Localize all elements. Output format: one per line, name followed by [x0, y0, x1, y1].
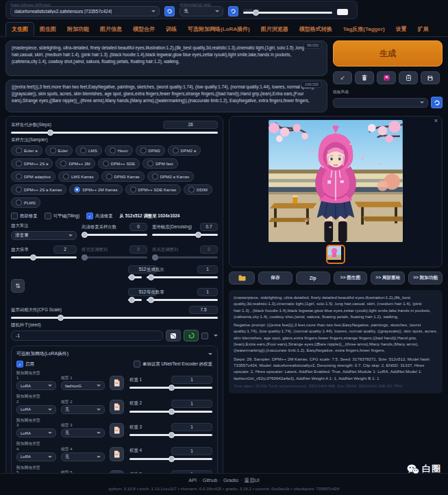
gradio-link[interactable]: Gradio — [223, 477, 238, 483]
save-image-button[interactable]: 保存 — [258, 271, 293, 285]
tab-extras[interactable]: 附加功能 — [62, 23, 95, 36]
tab-image-browser[interactable]: 图片浏览器 — [256, 23, 294, 36]
upscaler-dropdown[interactable]: 潜变量 — [11, 231, 77, 240]
upscale-by-value[interactable]: 2 — [53, 245, 77, 254]
generated-image[interactable] — [269, 120, 403, 242]
lora-type-dropdown[interactable]: LoRA — [16, 452, 56, 461]
sampler-option[interactable]: LMS — [75, 145, 102, 156]
sampler-option[interactable]: Euler a — [11, 145, 42, 156]
clear-prompt-button[interactable] — [355, 71, 374, 84]
generate-button[interactable]: 生成 — [333, 40, 443, 67]
lora-weight-slider[interactable] — [129, 458, 212, 460]
tab-train[interactable]: 训练 — [160, 23, 182, 36]
hires-steps-slider[interactable] — [82, 234, 147, 236]
random-seed-button[interactable] — [166, 330, 181, 341]
clip-skip-value[interactable] — [337, 9, 348, 15]
refresh-styles-button[interactable] — [431, 97, 443, 108]
extra-networks-button[interactable] — [377, 71, 396, 84]
lora-model-file-button[interactable] — [110, 400, 124, 414]
lora-model-dropdown[interactable]: fashionG — [61, 381, 105, 390]
clip-skip-slider[interactable] — [243, 12, 332, 14]
tiling-checkbox[interactable]: 可平铺(Tiling) — [45, 213, 79, 219]
tab-extensions[interactable]: 扩展 — [412, 23, 434, 36]
sampler-option[interactable]: PLMS — [11, 197, 40, 208]
send-to-img2img-button[interactable]: >> 图生图 — [334, 271, 368, 285]
close-icon[interactable]: × — [434, 117, 438, 124]
lora-weight-slider[interactable] — [129, 411, 212, 413]
tab-settings[interactable]: 设置 — [390, 23, 412, 36]
gallery-thumbnail[interactable] — [326, 245, 345, 264]
tab-img2img[interactable]: 图生图 — [34, 23, 62, 36]
upscale-by-slider[interactable] — [11, 256, 77, 258]
batch-size-value[interactable]: 1 — [197, 288, 218, 296]
prompt-input[interactable]: (masterpiece, sidelighting, ultra-detail… — [5, 40, 327, 76]
collapse-section-icon[interactable] — [208, 353, 212, 355]
slider-handle[interactable] — [169, 385, 175, 391]
paste-prompt-button[interactable]: ↙ — [333, 71, 352, 84]
lora-type-dropdown[interactable]: LoRA — [16, 405, 56, 414]
checkpoint-dropdown[interactable]: dalceforrealistictallyv2.safetensors [73… — [10, 6, 160, 16]
lora-weight-slider[interactable] — [129, 434, 212, 436]
refresh-checkpoint-button[interactable] — [164, 6, 175, 16]
cfg-slider[interactable] — [11, 317, 218, 319]
save-style-button[interactable] — [421, 71, 440, 84]
slider-handle[interactable] — [169, 432, 175, 438]
github-link[interactable]: Github — [203, 477, 218, 483]
sampler-option[interactable]: DPM++ 2S a Karras — [11, 184, 66, 195]
sampler-option[interactable]: Heun — [105, 145, 133, 156]
slider-handle[interactable] — [253, 10, 259, 16]
batch-count-slider[interactable] — [147, 276, 218, 278]
tab-checkpoint-merger[interactable]: 模型合并 — [127, 23, 160, 36]
width-slider[interactable] — [128, 276, 142, 278]
denoising-value[interactable]: 0.7 — [200, 223, 218, 231]
sampler-option[interactable]: LMS Karras — [58, 171, 99, 182]
seed-input[interactable]: -1 — [11, 330, 163, 341]
lora-model-dropdown[interactable]: 无 — [61, 428, 105, 437]
refresh-vae-button[interactable] — [228, 6, 238, 16]
lora-model-dropdown[interactable]: 无 — [61, 405, 105, 414]
apply-style-button[interactable] — [399, 71, 418, 84]
tab-tagger[interactable]: Tag反推(Tagger) — [338, 23, 390, 36]
vae-dropdown[interactable]: 无 — [179, 6, 223, 16]
send-to-extras-button[interactable]: >> 附加功能 — [408, 271, 443, 285]
hires-steps-value[interactable]: 0 — [129, 223, 147, 231]
slider-handle[interactable] — [82, 232, 88, 238]
steps-value[interactable]: 28 — [163, 121, 218, 129]
zip-button[interactable]: Zip — [296, 271, 330, 285]
lora-weight-value[interactable]: 1 — [171, 447, 212, 455]
sampler-option[interactable]: DPM++ 2M — [55, 158, 95, 169]
lora-weight-value[interactable]: 1 — [171, 376, 212, 384]
lora-weight-value[interactable]: 1 — [171, 423, 212, 431]
slider-handle[interactable] — [129, 297, 135, 303]
lora-model-file-button[interactable] — [110, 423, 124, 437]
seed-extra-caret-icon[interactable] — [214, 335, 218, 337]
sampler-option[interactable]: Euler — [45, 145, 73, 156]
lora-separate-weights-checkbox[interactable]: 单独设置 UNet/Text Encoder 的权重 — [134, 361, 212, 367]
restore-faces-checkbox[interactable]: 面部修复 — [11, 213, 38, 219]
sampler-option[interactable]: DPM++ SDE — [98, 158, 140, 169]
lora-weight-value[interactable]: 1 — [171, 400, 212, 408]
sampler-option-selected[interactable]: DPM++ 2M Karras — [69, 184, 122, 195]
sampler-option[interactable]: DPM2 — [136, 145, 165, 156]
steps-slider[interactable] — [11, 132, 218, 134]
sampler-option[interactable]: DPM2 Karras — [101, 171, 145, 182]
send-to-inpaint-button[interactable]: >> 局部重绘 — [371, 271, 405, 285]
lora-type-dropdown[interactable]: LoRA — [16, 428, 56, 437]
tab-model-converter[interactable]: 模型格式转换 — [294, 23, 338, 36]
cfg-value[interactable]: 7.5 — [189, 306, 218, 314]
slider-handle[interactable] — [58, 315, 64, 321]
slider-handle[interactable] — [30, 254, 36, 261]
slider-handle[interactable] — [129, 274, 135, 280]
sampler-option[interactable]: DPM fast — [142, 158, 177, 169]
open-folder-button[interactable] — [229, 271, 255, 285]
lora-weight-slider[interactable] — [129, 387, 212, 389]
negative-prompt-input[interactable]: (((extra feet))),3 feet,more than two fe… — [5, 80, 327, 112]
tab-png-info[interactable]: 图片信息 — [95, 23, 127, 36]
extra-seed-checkbox[interactable] — [201, 333, 208, 339]
sampler-option[interactable]: DPM2 a — [168, 145, 201, 156]
slider-handle[interactable] — [169, 409, 175, 415]
lora-type-dropdown[interactable]: LoRA — [16, 381, 56, 390]
slider-handle[interactable] — [195, 232, 201, 238]
lora-model-file-button[interactable] — [110, 376, 124, 390]
slider-handle[interactable] — [169, 456, 175, 462]
